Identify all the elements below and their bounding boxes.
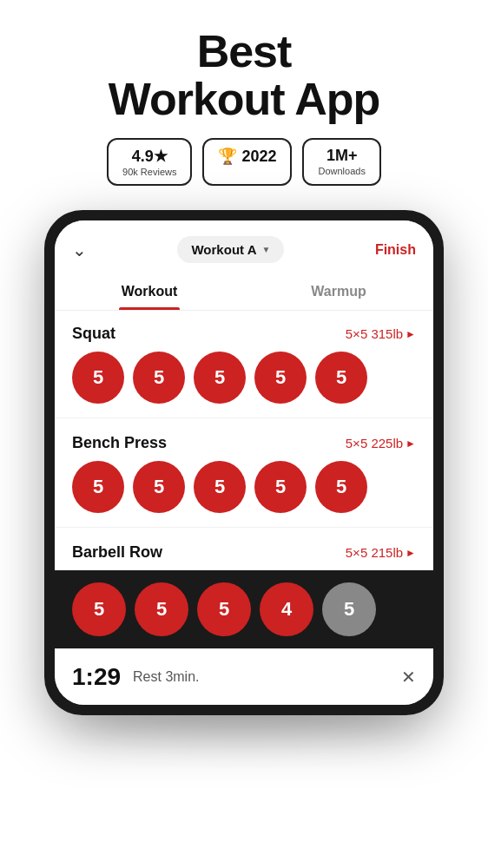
badge-rating-main: 4.9★	[132, 147, 168, 166]
rep-circle[interactable]: 5	[133, 461, 185, 513]
bottom-reps-bar: 5 5 5 4 5	[55, 570, 433, 648]
phone-wrapper: ⌄ Workout A ▼ Finish Workout Warmup	[44, 210, 444, 715]
rep-circle[interactable]: 5	[254, 352, 307, 404]
exercise-barbell-name: Barbell Row	[72, 543, 162, 562]
bottom-rep-circle-inactive[interactable]: 5	[322, 582, 376, 636]
exercise-bench-header: Bench Press 5×5 225lb ►	[72, 420, 416, 461]
rep-circle[interactable]: 5	[254, 461, 307, 513]
divider	[55, 527, 433, 528]
workout-selector-label: Workout A	[191, 242, 256, 257]
tabs-bar: Workout Warmup	[55, 273, 433, 311]
rest-timer: 1:29 Rest 3min. ✕	[55, 648, 433, 705]
timer-close-button[interactable]: ✕	[401, 667, 416, 687]
exercise-barbell-detail[interactable]: 5×5 215lb ►	[346, 545, 416, 560]
badge-downloads-sub: Downloads	[318, 166, 365, 176]
tab-workout[interactable]: Workout	[55, 273, 244, 310]
bottom-rep-circle[interactable]: 5	[72, 582, 126, 636]
rep-circle[interactable]: 5	[72, 461, 124, 513]
headline-line1: Best	[197, 26, 292, 76]
tab-workout-label: Workout	[122, 284, 178, 299]
exercise-squat-arrow-icon: ►	[406, 328, 416, 340]
badge-award: 🏆 2022	[202, 138, 292, 186]
app-headline: Best Workout App	[107, 28, 381, 122]
exercise-bench-detail[interactable]: 5×5 225lb ►	[346, 436, 416, 450]
phone-frame: ⌄ Workout A ▼ Finish Workout Warmup	[44, 210, 444, 715]
badge-rating: 4.9★ 90k Reviews	[107, 138, 192, 186]
tab-warmup-label: Warmup	[311, 284, 366, 299]
finish-button[interactable]: Finish	[375, 242, 416, 258]
headline-line2: Workout App	[109, 74, 380, 124]
exercise-barbell: Barbell Row 5×5 215lb ►	[55, 529, 433, 570]
rep-circle[interactable]: 5	[315, 352, 367, 404]
app-topbar: ⌄ Workout A ▼ Finish	[55, 220, 433, 273]
exercise-barbell-header: Barbell Row 5×5 215lb ►	[72, 529, 416, 570]
header-section: Best Workout App 4.9★ 90k Reviews 🏆 2022…	[89, 0, 399, 203]
exercise-squat: Squat 5×5 315lb ► 5 5 5 5 5	[55, 311, 433, 418]
timer-left: 1:29 Rest 3min.	[72, 663, 200, 691]
exercise-barbell-detail-text: 5×5 215lb	[346, 545, 403, 560]
exercise-bench-arrow-icon: ►	[406, 437, 416, 450]
bottom-rep-circle[interactable]: 5	[197, 582, 251, 636]
back-chevron-icon[interactable]: ⌄	[72, 240, 87, 260]
exercise-squat-detail[interactable]: 5×5 315lb ►	[346, 326, 416, 341]
exercise-bench-detail-text: 5×5 225lb	[346, 436, 403, 450]
badges-row: 4.9★ 90k Reviews 🏆 2022 1M+ Downloads	[107, 138, 381, 186]
bottom-rep-circle[interactable]: 5	[135, 582, 188, 636]
exercise-barbell-arrow-icon: ►	[406, 547, 416, 559]
badge-downloads: 1M+ Downloads	[302, 138, 380, 186]
badge-award-main: 🏆 2022	[218, 147, 276, 166]
rep-circle[interactable]: 5	[315, 461, 367, 513]
exercise-bench: Bench Press 5×5 225lb ► 5 5 5 5 5	[55, 420, 433, 527]
exercise-squat-reps: 5 5 5 5 5	[72, 352, 416, 418]
exercise-squat-name: Squat	[72, 325, 115, 343]
phone-screen: ⌄ Workout A ▼ Finish Workout Warmup	[55, 220, 433, 705]
badge-downloads-main: 1M+	[326, 147, 358, 165]
badge-rating-sub: 90k Reviews	[122, 167, 176, 177]
exercise-bench-reps: 5 5 5 5 5	[72, 461, 416, 527]
exercise-bench-name: Bench Press	[72, 434, 167, 452]
bottom-rep-circle[interactable]: 4	[260, 582, 313, 636]
timer-time: 1:29	[72, 663, 121, 691]
timer-label: Rest 3min.	[133, 669, 199, 685]
rep-circle[interactable]: 5	[194, 461, 246, 513]
workout-selector[interactable]: Workout A ▼	[177, 236, 284, 263]
tab-warmup[interactable]: Warmup	[244, 273, 433, 310]
selector-arrow-icon: ▼	[261, 245, 270, 254]
rep-circle[interactable]: 5	[194, 352, 246, 404]
divider	[55, 418, 433, 418]
rep-circle[interactable]: 5	[133, 352, 185, 404]
exercise-squat-header: Squat 5×5 315lb ►	[72, 311, 416, 352]
rep-circle[interactable]: 5	[72, 352, 124, 404]
exercise-squat-detail-text: 5×5 315lb	[346, 326, 403, 341]
